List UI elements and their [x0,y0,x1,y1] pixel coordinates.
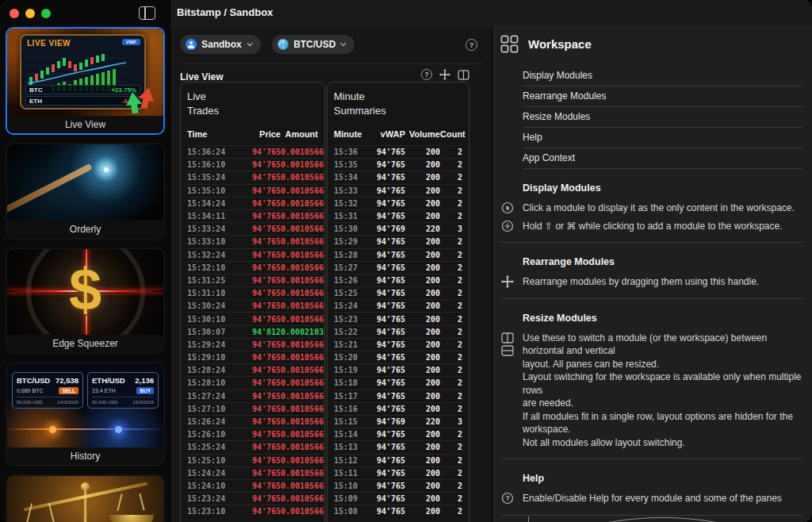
trade-price: 94'765 [233,160,281,169]
trade-price: 94'765 [233,430,281,439]
trade-amount: 0.00105661 [281,263,325,272]
help-icon: ? [501,492,514,505]
trade-amount: 0.00105661 [281,456,325,465]
trade-price: 94'765 [233,366,281,374]
minute-summaries-rows: 15:3694'765200215:3594'765200215:3494'76… [334,145,462,517]
history-thumbnail: BTC/USD 72,538 0.689 BTC SELL 50,000 USD… [7,363,163,447]
trade-amount: 0.00105661 [281,315,325,324]
hint-text: Click a module to display it as the only… [523,202,795,213]
zoom-window-button[interactable] [41,9,51,18]
minimize-window-button[interactable] [25,9,35,18]
trade-time: 15:31:10 [187,289,233,297]
minute-time: 15:29 [334,237,366,246]
minute-row: 15:2894'7652002 [334,248,462,261]
sidebar-item-edge-squeezer[interactable]: $ Edge Squeezer [6,248,165,354]
trade-amount: 0.00105661 [281,417,325,426]
sidebar-item-live-view[interactable]: LIVE VIEW VWF [6,27,165,135]
column-header-count: Count [440,129,465,139]
trade-time: 15:26:24 [187,417,233,426]
help-icon[interactable]: ? [465,39,477,51]
minute-volume: 200 [405,315,440,324]
minute-volume: 200 [405,301,440,310]
trade-time: 15:30:07 [187,328,233,336]
trade-amount: 0.00105661 [281,251,325,259]
minute-time: 15:36 [334,148,366,156]
layout-toggle-icon[interactable] [458,70,469,80]
minute-volume: 200 [405,507,440,516]
trade-time: 15:30:10 [187,315,233,324]
trade-time: 15:36:10 [187,160,233,169]
trade-time: 15:26:10 [187,430,233,439]
thumb-eth-row: ETH -6.14 [25,96,140,106]
minute-row: 15:2994'7652002 [334,235,462,248]
minute-vwap: 94'765 [366,263,405,272]
market-dropdown[interactable]: BTC/USD [272,35,354,54]
scales-pole-graphic [83,489,87,522]
glow-line-graphic [7,428,163,430]
trade-price: 94'765 [233,225,281,233]
module-thumbnail-list: LIVE VIEW VWF [6,27,165,522]
scales-chain [26,503,33,522]
column-header-time: Time [187,129,233,139]
minute-row: 15:1094'7652002 [334,479,462,492]
thumb-badge: VWF [122,39,140,45]
history-cards: BTC/USD 72,538 0.689 BTC SELL 50,000 USD… [12,372,159,409]
nav-rearrange-modules[interactable]: Rearrange Modules [523,86,802,107]
minute-vwap: 94'765 [366,276,405,285]
sidebar-item-orderly[interactable]: Orderly [6,143,165,240]
minute-time: 15:13 [334,443,366,451]
sidebar-item-scales[interactable] [6,474,165,522]
hint-line: Layout switching for the workspace is av… [523,370,802,397]
history-btc-date: 14/3/2026 [57,400,79,405]
minute-row: 15:3594'7652002 [334,158,462,171]
minute-row: 15:2294'7652002 [334,325,462,338]
section-help: Help ? Enable/Disable Help for every mod… [523,459,802,516]
thumb-eth-label: ETH [29,98,42,105]
globe-icon [278,39,289,50]
sidebar-toggle-icon[interactable] [139,6,155,20]
nav-app-context[interactable]: App Context [523,148,802,169]
resize-modules-hint: Use these to switch a module (or the wor… [523,332,802,450]
trade-price: 94'765 [233,199,281,208]
hint-text: Enable/Disable Help for every module and… [523,493,782,504]
module-help-icon[interactable]: ? [421,69,432,80]
hint-text: Hold ⇧ or ⌘ while clicking to add a modu… [523,221,783,232]
trade-time: 15:33:24 [187,225,233,233]
minute-count: 2 [440,173,462,182]
minute-vwap: 94'765 [366,494,405,503]
minute-volume: 200 [405,237,440,246]
nav-help[interactable]: Help [523,128,802,148]
close-window-button[interactable] [10,9,19,18]
nav-display-modules[interactable]: Display Modules [523,66,802,86]
account-dropdown[interactable]: Sandbox [180,35,261,54]
trade-row: 15:23:1094'7650.00105661 [187,505,318,517]
minute-vwap: 94'765 [366,199,405,208]
trade-amount: 0.00105661 [281,148,325,156]
app-window: LIVE VIEW VWF [0,0,812,522]
trade-amount: 0.00105661 [281,494,325,503]
trade-time: 15:28:10 [187,378,233,387]
move-handle-icon[interactable] [439,69,450,80]
nav-resize-modules[interactable]: Resize Modules [523,107,802,128]
minute-vwap: 94'765 [366,366,405,374]
trade-amount: 0.00105661 [281,289,325,297]
hint-line: Not all modules allow layout switching. [523,436,802,450]
minute-volume: 200 [405,430,440,439]
minute-count: 2 [440,340,462,349]
sidebar-item-history[interactable]: BTC/USD 72,538 0.689 BTC SELL 50,000 USD… [6,362,165,466]
trade-time: 15:24:24 [187,469,233,478]
dollar-sign-graphic: $ [69,255,102,323]
history-btc-pair: BTC/USD [17,376,50,385]
sidebar-item-label: Orderly [7,221,163,238]
minute-volume: 200 [405,199,440,208]
minute-row: 15:3394'7652002 [334,184,462,197]
minute-time: 15:23 [334,315,366,324]
hint-line: are needed. [523,397,802,410]
trade-time: 15:35:24 [187,173,233,182]
minute-time: 15:27 [334,263,366,272]
minute-volume: 200 [405,405,440,413]
wand-graphic [7,163,93,216]
trade-amount: 0.00105661 [281,353,325,362]
trade-time: 15:24:10 [187,482,233,490]
history-eth-usd: 50,000 USD [92,400,118,405]
